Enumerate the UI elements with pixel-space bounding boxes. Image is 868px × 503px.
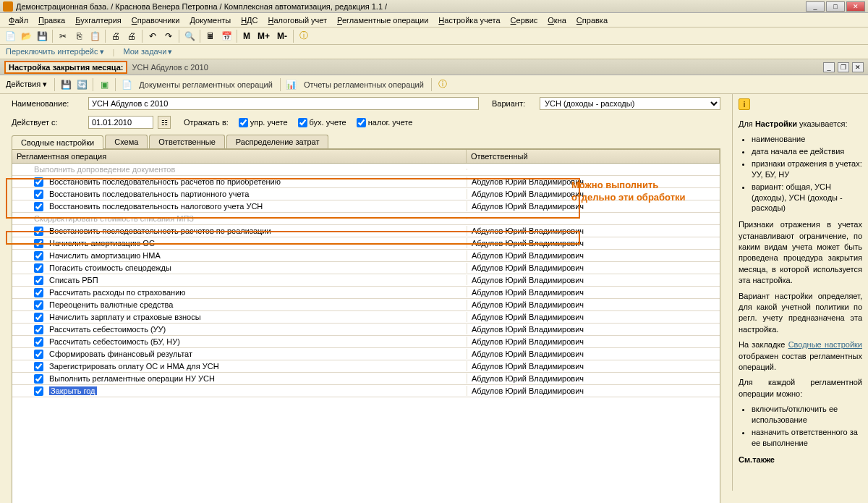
menu-Бухгалтерия[interactable]: Бухгалтерия (71, 14, 126, 26)
my-tasks-link[interactable]: Мои задачи▾ (120, 46, 175, 58)
col-responsible[interactable]: Ответственный (467, 150, 720, 163)
doc-close-button[interactable]: ✕ (852, 62, 864, 72)
table-row[interactable]: Рассчитать расходы по страхованиюАбдулов… (12, 287, 720, 299)
menu-Файл[interactable]: Файл (4, 14, 33, 26)
tax-accounting-checkbox[interactable] (357, 118, 366, 127)
table-row[interactable]: Начислить зарплату и страховые взносыАбд… (12, 311, 720, 324)
tab-0[interactable]: Сводные настройки (12, 135, 103, 149)
menu-Окна[interactable]: Окна (543, 14, 571, 26)
row-checkbox[interactable] (34, 350, 43, 359)
row-checkbox[interactable] (34, 386, 43, 396)
operation-text: Рассчитать расходы по страхованию (49, 288, 186, 297)
close-button[interactable]: ✕ (846, 1, 865, 12)
tab-3[interactable]: Распределение затрат (226, 135, 329, 148)
doc-minimize-button[interactable]: _ (823, 62, 835, 72)
table-row[interactable]: Восстановить последовательность расчетов… (12, 225, 720, 237)
table-row[interactable]: Зарегистрировать оплату ОС и НМА для УСН… (12, 360, 720, 373)
mgmt-accounting-checkbox[interactable] (239, 118, 248, 127)
calendar-icon[interactable]: 📅 (219, 29, 234, 43)
calc-icon[interactable]: 🖩 (203, 29, 218, 43)
save-action-icon[interactable]: 💾 (59, 78, 72, 91)
m-button[interactable]: M (240, 29, 253, 43)
table-row[interactable]: Начислить амортизацию НМААбдулов Юрий Вл… (12, 250, 720, 262)
menu-Настройка учета[interactable]: Настройка учета (434, 14, 504, 26)
table-row[interactable]: Сформировать финансовый результатАбдулов… (12, 348, 720, 360)
copy-icon[interactable]: ⎘ (72, 29, 86, 43)
menu-Регламентные операции[interactable]: Регламентные операции (333, 14, 433, 26)
table-row[interactable]: Закрыть годАбдулов Юрий Владимирович (12, 385, 720, 397)
row-checkbox[interactable] (34, 362, 43, 371)
tab-1[interactable]: Схема (105, 135, 148, 148)
tab-2[interactable]: Ответственные (149, 135, 225, 148)
m-minus-button[interactable]: M- (274, 29, 290, 43)
actions-dropdown[interactable]: Действия ▾ (3, 78, 50, 90)
reports-icon[interactable]: 📊 (285, 78, 298, 91)
print2-icon[interactable]: 🖨 (124, 29, 139, 43)
new-icon[interactable]: 📄 (3, 29, 17, 43)
undo-icon[interactable]: ↶ (145, 29, 160, 43)
open-icon[interactable]: 📂 (19, 29, 33, 43)
row-checkbox[interactable] (34, 190, 43, 199)
menu-Налоговый учет[interactable]: Налоговый учет (264, 14, 332, 26)
docs-link[interactable]: Документы регламентных операций (136, 79, 276, 90)
row-checkbox[interactable] (34, 177, 43, 187)
row-checkbox[interactable] (34, 300, 43, 310)
menu-Справка[interactable]: Справка (572, 14, 612, 26)
table-row[interactable]: Списать РБПАбдулов Юрий Владимирович (12, 274, 720, 287)
table-row[interactable]: Выполнить регламентные операции НУ УСНАб… (12, 373, 720, 385)
execute-action-icon[interactable]: ▣ (98, 78, 111, 91)
grid-body[interactable]: Выполнить допроведение документовВосстан… (12, 164, 720, 503)
info-action-icon[interactable]: ⓘ (436, 78, 449, 91)
acct-accounting-checkbox[interactable] (298, 118, 307, 127)
row-checkbox[interactable] (34, 202, 43, 211)
operation-text: Списать РБП (49, 276, 98, 284)
help-icon[interactable]: ⓘ (297, 29, 311, 43)
row-checkbox[interactable] (34, 325, 43, 334)
reflect-label: Отражать в: (184, 118, 229, 127)
refresh-action-icon[interactable]: 🔄 (75, 78, 88, 91)
switch-interface-link[interactable]: Переключить интерфейс▾ (3, 46, 107, 58)
row-checkbox[interactable] (34, 276, 43, 285)
doc-restore-button[interactable]: ❐ (838, 62, 849, 72)
row-checkbox[interactable] (34, 251, 43, 261)
calendar-button[interactable]: ☷ (158, 116, 171, 129)
name-field[interactable] (88, 97, 479, 110)
row-checkbox[interactable] (34, 288, 43, 297)
menu-НДС[interactable]: НДС (237, 14, 262, 26)
menu-Правка[interactable]: Правка (34, 14, 69, 26)
menu-Справочники[interactable]: Справочники (127, 14, 184, 26)
save-icon[interactable]: 💾 (35, 29, 49, 43)
table-row[interactable]: Рассчитать себестоимость (УУ)Абдулов Юри… (12, 324, 720, 336)
row-checkbox[interactable] (34, 313, 43, 322)
reports-link[interactable]: Отчеты регламентных операций (301, 79, 427, 90)
operation-text: Выполнить регламентные операции НУ УСН (49, 374, 215, 383)
table-row[interactable]: Выполнить допроведение документов (12, 164, 720, 176)
row-checkbox[interactable] (34, 374, 43, 384)
effective-date-field[interactable] (88, 116, 153, 129)
table-row[interactable]: Рассчитать себестоимость (БУ, НУ)Абдулов… (12, 336, 720, 348)
paste-icon[interactable]: 📋 (88, 29, 102, 43)
responsible-text: Абдулов Юрий Владимирович (467, 226, 720, 236)
m-plus-button[interactable]: M+ (255, 29, 273, 43)
table-row[interactable]: Переоценить валютные средстваАбдулов Юри… (12, 299, 720, 311)
col-operation[interactable]: Регламентная операция (12, 150, 467, 163)
table-row[interactable]: Начислить амортизацию ОСАбдулов Юрий Вла… (12, 237, 720, 250)
redo-icon[interactable]: ↷ (161, 29, 176, 43)
table-row[interactable]: Скорректировать стоимость списания МПЗ (12, 213, 720, 225)
row-checkbox[interactable] (34, 263, 43, 273)
print-icon[interactable]: 🖨 (109, 29, 123, 43)
variant-select[interactable]: УСН (доходы - расходы) (540, 97, 720, 110)
row-checkbox[interactable] (34, 239, 43, 248)
maximize-button[interactable]: □ (826, 1, 845, 12)
docs-icon[interactable]: 📄 (120, 78, 133, 91)
row-checkbox[interactable] (34, 227, 43, 236)
row-checkbox[interactable] (34, 337, 43, 347)
summary-settings-link[interactable]: Сводные настройки (788, 340, 862, 349)
minimize-button[interactable]: _ (806, 1, 825, 12)
responsible-text: Абдулов Юрий Владимирович (467, 250, 720, 261)
cut-icon[interactable]: ✂ (56, 29, 70, 43)
menu-Документы[interactable]: Документы (185, 14, 235, 26)
menu-Сервис[interactable]: Сервис (506, 14, 542, 26)
table-row[interactable]: Погасить стоимость спецодеждыАбдулов Юри… (12, 262, 720, 274)
find-icon[interactable]: 🔍 (182, 29, 197, 43)
